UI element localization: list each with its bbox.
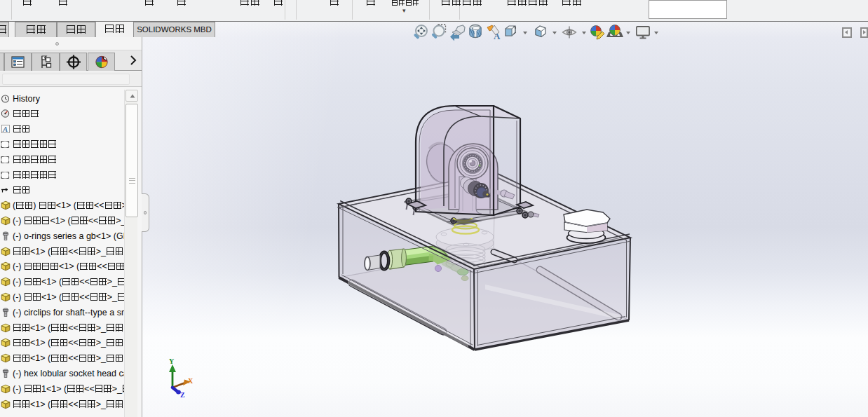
- svg-text:A: A: [2, 125, 8, 133]
